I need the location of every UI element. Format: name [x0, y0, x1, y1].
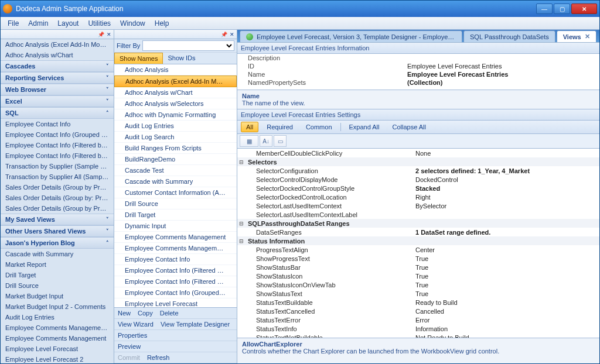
prop-value[interactable]: True — [415, 264, 599, 271]
left-item[interactable]: Adhoc Analysis (Excel Add-In Mode) — [1, 39, 114, 50]
prop-row[interactable]: ShowStatusBarTrue — [237, 263, 599, 272]
prop-row[interactable]: SelectorLastUsedItemContextBySelector — [237, 201, 599, 210]
left-item[interactable]: Audit Log Entries — [1, 312, 114, 322]
prop-row[interactable]: SelectorConfiguration2 selectors defined… — [237, 166, 599, 175]
prop-value[interactable]: True — [415, 290, 599, 297]
settings-action-collapse-all[interactable]: Collapse All — [387, 122, 430, 132]
mid-item[interactable]: Employee Comments Management (Es... — [114, 243, 237, 254]
menu-window[interactable]: Window — [115, 18, 150, 29]
action-view-wizard[interactable]: View Wizard — [118, 321, 154, 328]
left-panel-list[interactable]: Adhoc Analysis (Excel Add-In Mode)Adhoc … — [1, 39, 114, 363]
mid-item[interactable]: Audit Log Entries — [114, 121, 237, 132]
action-preview[interactable]: Preview — [118, 343, 141, 350]
left-item[interactable]: Employee Contact Info (Filtered by: La..… — [1, 150, 114, 161]
prop-row[interactable]: StatusTextCancelledCancelled — [237, 307, 599, 315]
left-category[interactable]: Web Browser˅ — [1, 84, 114, 95]
expand-icon[interactable]: ⊟ — [237, 238, 246, 244]
expand-icon[interactable]: ⊟ — [237, 221, 246, 226]
prop-value[interactable]: 2 selectors defined: 1_Year, 4_Market — [415, 167, 599, 174]
mid-item[interactable]: Cascade Test — [114, 165, 237, 176]
close-button[interactable]: ✕ — [571, 4, 597, 14]
prop-category[interactable]: ⊟Status Information — [237, 236, 599, 245]
menu-utilities[interactable]: Utilities — [83, 18, 115, 29]
close-icon[interactable]: ✕ — [107, 32, 111, 37]
prop-value[interactable]: 1 DataSet range defined. — [415, 229, 599, 236]
prop-value[interactable]: BySelector — [415, 202, 599, 210]
prop-row[interactable]: ShowStatusIconOnViewTabTrue — [237, 280, 599, 289]
prop-value[interactable]: True — [415, 281, 599, 289]
categorized-button[interactable]: ▦ — [240, 135, 258, 147]
left-item[interactable]: Employee Contact Info (Grouped by: J... — [1, 129, 114, 140]
prop-value[interactable]: Center — [415, 246, 599, 253]
close-icon[interactable]: ✕ — [585, 33, 590, 40]
prop-value[interactable]: DockedControl — [415, 176, 599, 183]
settings-tab-required[interactable]: Required — [262, 122, 298, 132]
prop-row[interactable]: SelectorControlDisplayModeDockedControl — [237, 175, 599, 184]
prop-pages-button[interactable]: ▭ — [274, 135, 287, 147]
prop-row[interactable]: MemberCellDoubleClickPolicyNone — [237, 149, 599, 157]
prop-row[interactable]: StatusTextNotBuildableNot Ready to Build — [237, 333, 599, 338]
mid-item[interactable]: Drill Source — [114, 198, 237, 210]
mid-list[interactable]: Adhoc AnalysisAdhoc Analysis (Excel Add-… — [114, 64, 237, 307]
doc-tab[interactable]: Employee Level Forecast, Version 3, Temp… — [240, 30, 462, 42]
action-refresh[interactable]: Refresh — [147, 354, 170, 361]
mid-item[interactable]: Drill Target — [114, 210, 237, 221]
left-item[interactable]: Market Budget Input 2 - Comments — [1, 301, 114, 312]
mid-item[interactable]: Build Ranges From Scripts — [114, 143, 237, 154]
prop-row[interactable]: ShowStatusIconTrue — [237, 272, 599, 280]
left-category[interactable]: Jason's Hyperion Blog˄ — [1, 237, 114, 249]
prop-value[interactable]: Ready to Build — [415, 299, 599, 306]
left-item[interactable]: Sales Order Details (Group by: Produ... — [1, 193, 114, 203]
prop-value[interactable]: Stacked — [415, 185, 599, 192]
left-item[interactable]: Market Report — [1, 259, 114, 270]
prop-row[interactable]: ShowProgressTextTrue — [237, 254, 599, 263]
mid-item[interactable]: Employee Comments Management — [114, 232, 237, 243]
menu-layout[interactable]: Layout — [53, 18, 83, 29]
close-icon[interactable]: ✕ — [230, 32, 234, 37]
info-grid[interactable]: DescriptionIDEmployee Level Forecast Ent… — [237, 54, 599, 90]
mid-item[interactable]: Employee Contact Info — [114, 254, 237, 265]
mid-item[interactable]: Adhoc with Dynamic Formatting — [114, 109, 237, 121]
menu-help[interactable]: Help — [150, 18, 174, 29]
left-item[interactable]: Employee Level Forecast 2 — [1, 354, 114, 363]
maximize-button[interactable]: ▢ — [554, 4, 570, 14]
prop-value[interactable]: None — [415, 150, 599, 157]
mid-item[interactable]: Employee Contact Info (Filtered by: Las.… — [114, 276, 237, 287]
action-delete[interactable]: Delete — [160, 310, 179, 317]
prop-row[interactable]: SelectorLastUsedItemContextLabel — [237, 210, 599, 219]
action-copy[interactable]: Copy — [138, 310, 153, 317]
mid-item[interactable]: Audit Log Search — [114, 132, 237, 143]
filter-select[interactable] — [142, 40, 234, 51]
mid-item[interactable]: Adhoc Analysis — [114, 64, 237, 75]
titlebar[interactable]: Dodeca Admin Sample Application — ▢ ✕ — [1, 1, 599, 17]
mid-item[interactable]: Employee Level Forecast — [114, 298, 237, 307]
settings-tab-all[interactable]: All — [241, 122, 258, 132]
left-item[interactable]: Drill Target — [1, 270, 114, 280]
action-view-template-designer[interactable]: View Template Designer — [161, 321, 230, 328]
prop-value[interactable]: Information — [415, 325, 599, 332]
info-row[interactable]: NamedPropertySets(Collection) — [237, 78, 599, 87]
left-item[interactable]: Employee Comments Management (E... — [1, 322, 114, 333]
expand-icon[interactable]: ⊟ — [237, 159, 246, 165]
prop-value[interactable]: True — [415, 273, 599, 280]
left-category[interactable]: My Saved Views˅ — [1, 214, 114, 225]
info-row[interactable]: NameEmployee Level Forecast Entries — [237, 70, 599, 78]
mid-item[interactable]: Adhoc Analysis w/Selectors — [114, 98, 237, 109]
prop-category[interactable]: ⊟SQLPassthroughDataSet Ranges — [237, 219, 599, 228]
menu-file[interactable]: File — [3, 18, 23, 29]
minimize-button[interactable]: — — [536, 4, 553, 14]
prop-row[interactable]: DataSetRanges1 DataSet range defined. — [237, 228, 599, 236]
left-item[interactable]: Transaction by Supplier All (Sample B... — [1, 171, 114, 182]
props-grid[interactable]: MemberCellDoubleClickPolicyNone⊟Selector… — [237, 149, 599, 338]
action-properties[interactable]: Properties — [118, 332, 147, 339]
left-item[interactable]: Cascade with Summary — [1, 249, 114, 259]
left-item[interactable]: Transaction by Supplier (Sample Basic) — [1, 161, 114, 171]
prop-value[interactable]: Error — [415, 317, 599, 324]
left-category[interactable]: Reporting Services˅ — [1, 72, 114, 84]
mid-item[interactable]: Dynamic Input — [114, 221, 237, 232]
mid-item[interactable]: Employee Contact Info (Grouped by: Jo... — [114, 287, 237, 298]
settings-action-expand-all[interactable]: Expand All — [345, 122, 384, 132]
action-new[interactable]: New — [118, 310, 131, 317]
left-item[interactable]: Employee Level Forecast — [1, 344, 114, 354]
info-row[interactable]: Description — [237, 54, 599, 62]
